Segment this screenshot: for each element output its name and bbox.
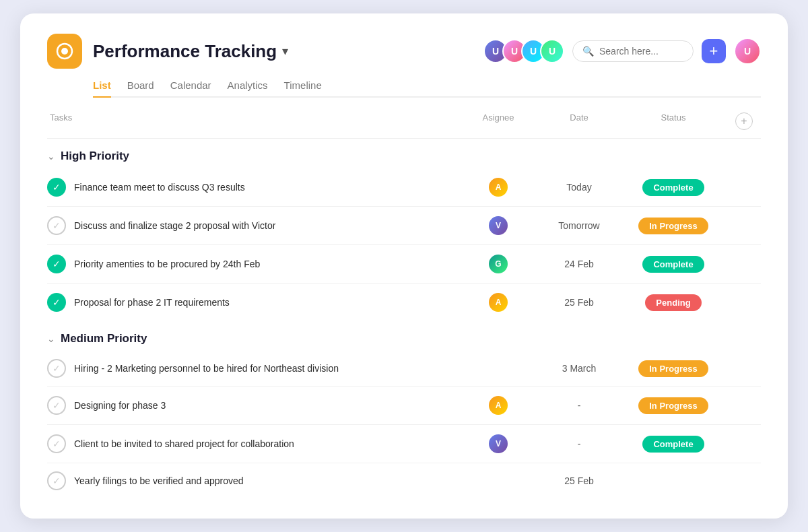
tab-analytics[interactable]: Analytics (228, 79, 268, 98)
task-left: ✓ Proposal for phase 2 IT requirements (47, 293, 458, 312)
section-high-priority: ⌄ High Priority ✓ Finance team meet to d… (47, 139, 761, 321)
add-column-button[interactable]: + (735, 112, 753, 130)
task-name: Yearly filings to be verified and approv… (74, 475, 244, 486)
task-name: Client to be invited to shared project f… (74, 438, 294, 449)
task-assignee: A (458, 292, 539, 313)
table-row: ✓ Designing for phase 3 A - In Progress (47, 387, 761, 425)
task-check-complete[interactable]: ✓ (47, 255, 66, 273)
task-left: ✓ Designing for phase 3 (47, 396, 458, 415)
task-check-pending[interactable]: ✓ (47, 359, 66, 378)
table-row: ✓ Finance team meet to discuss Q3 result… (47, 168, 761, 207)
col-header-add: + (727, 112, 761, 130)
section-title-medium: Medium Priority (61, 332, 147, 345)
header: Performance Tracking ▾ U U U U 🔍 + U (47, 34, 761, 69)
avatar[interactable]: A (487, 395, 509, 416)
tab-calendar[interactable]: Calendar (170, 79, 211, 98)
col-header-status: Status (619, 112, 727, 130)
task-name: Finance team meet to discuss Q3 results (74, 182, 245, 193)
task-left: ✓ Finance team meet to discuss Q3 result… (47, 178, 458, 197)
avatar[interactable]: G (487, 253, 509, 275)
task-date: 3 March (539, 363, 619, 374)
title-dropdown-chevron[interactable]: ▾ (282, 44, 288, 59)
avatar[interactable]: A (487, 176, 509, 198)
table-header: Tasks Asignee Date Status + (47, 104, 761, 139)
task-status: In Progress (619, 218, 727, 234)
task-name: Designing for phase 3 (74, 400, 166, 411)
task-check-pending[interactable]: ✓ (47, 471, 66, 490)
search-box[interactable]: 🔍 (572, 40, 694, 62)
task-check-complete[interactable]: ✓ (47, 178, 66, 197)
task-status: Pending (619, 294, 727, 311)
task-assignee: A (458, 176, 539, 198)
task-date: Tomorrow (539, 220, 619, 231)
task-date: 25 Feb (539, 475, 619, 486)
status-badge: Pending (645, 294, 701, 311)
table-row: ✓ Priority amenties to be procured by 24… (47, 245, 761, 284)
task-name: Hiring - 2 Marketing personnel to be hir… (74, 363, 339, 374)
tab-list[interactable]: List (93, 79, 111, 98)
col-header-tasks: Tasks (47, 112, 458, 130)
status-badge: In Progress (638, 218, 708, 234)
section-header-medium-priority[interactable]: ⌄ Medium Priority (47, 321, 761, 351)
task-check-pending[interactable]: ✓ (47, 396, 66, 415)
status-badge: Complete (642, 179, 704, 196)
table-row: ✓ Proposal for phase 2 IT requirements A… (47, 284, 761, 321)
search-input[interactable] (599, 46, 683, 57)
section-toggle-medium[interactable]: ⌄ (47, 333, 55, 344)
task-left: ✓ Discuss and finalize stage 2 proposal … (47, 216, 458, 235)
search-icon: 🔍 (582, 46, 594, 57)
app-container: Performance Tracking ▾ U U U U 🔍 + U Lis… (20, 13, 788, 519)
avatar[interactable]: V (487, 215, 509, 236)
section-toggle-high[interactable]: ⌄ (47, 151, 55, 162)
title-area: Performance Tracking ▾ (93, 41, 483, 62)
tab-timeline[interactable]: Timeline (284, 79, 322, 98)
app-logo (47, 34, 82, 69)
tab-board[interactable]: Board (127, 79, 154, 98)
task-left: ✓ Client to be invited to shared project… (47, 434, 458, 453)
task-assignee: G (458, 253, 539, 275)
add-button[interactable]: + (702, 39, 726, 63)
table-row: ✓ Yearly filings to be verified and appr… (47, 463, 761, 498)
team-avatars: U U U U (483, 39, 564, 63)
task-status: Complete (619, 256, 727, 273)
avatar[interactable]: V (487, 433, 509, 455)
section-header-high-priority[interactable]: ⌄ High Priority (47, 139, 761, 168)
task-left: ✓ Priority amenties to be procured by 24… (47, 255, 458, 273)
section-medium-priority: ⌄ Medium Priority ✓ Hiring - 2 Marketing… (47, 321, 761, 498)
task-date: 25 Feb (539, 297, 619, 308)
task-status: Complete (619, 179, 727, 196)
task-status: In Progress (619, 360, 727, 377)
task-assignee: V (458, 215, 539, 236)
table-row: ✓ Discuss and finalize stage 2 proposal … (47, 207, 761, 245)
app-title: Performance Tracking (93, 41, 277, 62)
task-check-pending[interactable]: ✓ (47, 434, 66, 453)
task-status: In Progress (619, 397, 727, 414)
col-header-date: Date (539, 112, 619, 130)
task-status: Complete (619, 436, 727, 453)
task-left: ✓ Yearly filings to be verified and appr… (47, 471, 458, 490)
table-row: ✓ Client to be invited to shared project… (47, 425, 761, 463)
task-date: 24 Feb (539, 259, 619, 269)
nav-tabs: List Board Calendar Analytics Timeline (93, 79, 761, 98)
avatar-user-4[interactable]: U (540, 39, 564, 63)
svg-point-1 (61, 48, 68, 55)
header-right: U U U U 🔍 + U (483, 38, 761, 65)
task-left: ✓ Hiring - 2 Marketing personnel to be h… (47, 359, 458, 378)
task-name: Proposal for phase 2 IT requirements (74, 297, 230, 308)
task-date: Today (539, 182, 619, 193)
status-badge: Complete (642, 436, 704, 453)
status-badge: In Progress (638, 397, 708, 414)
table-row: ✓ Hiring - 2 Marketing personnel to be h… (47, 351, 761, 387)
avatar[interactable]: A (487, 292, 509, 313)
user-profile-avatar[interactable]: U (734, 38, 761, 65)
task-check-pending[interactable]: ✓ (47, 216, 66, 235)
task-check-complete[interactable]: ✓ (47, 293, 66, 312)
status-badge: Complete (642, 256, 704, 273)
task-name: Discuss and finalize stage 2 proposal wi… (74, 220, 275, 231)
task-assignee: A (458, 395, 539, 416)
status-badge: In Progress (638, 360, 708, 377)
task-assignee: V (458, 433, 539, 455)
section-title-high: High Priority (61, 149, 129, 163)
task-date: - (539, 400, 619, 411)
task-name: Priority amenties to be procured by 24th… (74, 259, 260, 269)
